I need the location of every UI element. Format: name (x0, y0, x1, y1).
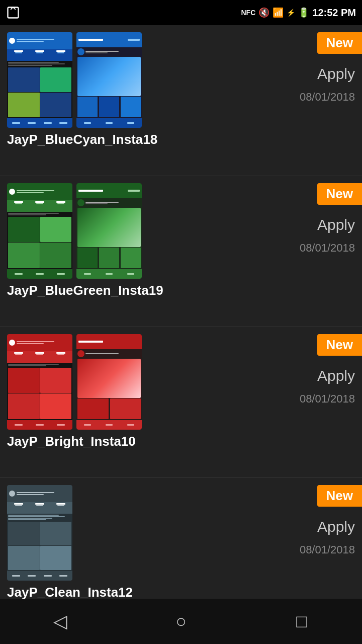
status-bar-right: NFC 🔇 📶 ⚡ 🔋 12:52 PM (241, 7, 356, 19)
theme-name: JayP_BlueGreen_Insta19 (7, 283, 355, 301)
home-button[interactable]: ○ (161, 606, 201, 636)
theme-name: JayP_Bright_Insta10 (7, 434, 355, 452)
preview-image-1 (7, 32, 72, 128)
theme-item: New (0, 176, 362, 327)
theme-date: 08/01/2018 (300, 242, 355, 255)
apply-button[interactable]: Apply (317, 216, 355, 233)
theme-date: 08/01/2018 (300, 91, 355, 104)
new-badge: New (317, 334, 362, 356)
new-badge: New (317, 32, 362, 54)
svg-rect-0 (8, 8, 19, 18)
nfc-label: NFC (241, 9, 256, 17)
preview-image-1 (7, 183, 72, 279)
nav-bar: ◁ ○ □ (0, 599, 362, 644)
new-badge: New (317, 183, 362, 205)
mute-icon: 🔇 (258, 7, 269, 18)
recent-apps-button[interactable]: □ (282, 606, 322, 636)
status-bar: NFC 🔇 📶 ⚡ 🔋 12:52 PM (0, 0, 362, 25)
preview-image-2 (76, 183, 142, 279)
theme-date: 08/01/2018 (300, 392, 355, 406)
theme-name: JayP_BlueCyan_Insta18 (7, 132, 355, 150)
status-bar-left (6, 6, 20, 20)
new-badge: New (317, 485, 362, 507)
battery-icon: 🔋 (298, 7, 309, 18)
back-button[interactable]: ◁ (40, 606, 80, 636)
preview-image-1 (7, 485, 72, 581)
theme-list: New (0, 25, 362, 644)
camera-icon (6, 6, 20, 20)
theme-item: New (0, 25, 362, 176)
preview-image-2 (76, 334, 142, 430)
preview-image-2 (76, 32, 142, 128)
apply-button[interactable]: Apply (317, 518, 355, 535)
apply-button[interactable]: Apply (317, 367, 355, 384)
theme-item: New (0, 327, 362, 478)
theme-date: 08/01/2018 (300, 543, 355, 556)
apply-button[interactable]: Apply (317, 65, 355, 83)
preview-image-1 (7, 334, 72, 430)
status-time: 12:52 PM (312, 7, 356, 19)
wifi-icon: 📶 (273, 7, 284, 18)
battery-saver-icon: ⚡ (287, 9, 295, 17)
